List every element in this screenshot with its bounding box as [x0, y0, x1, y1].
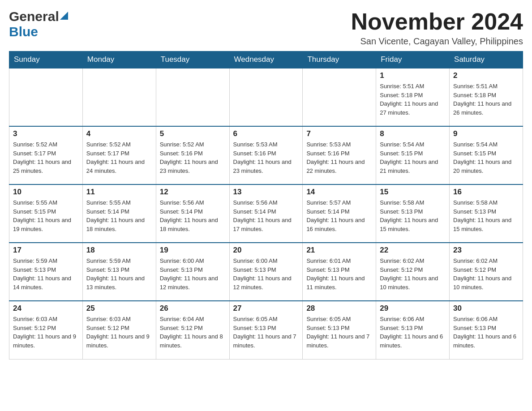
day-number: 6 [233, 129, 299, 138]
day-number: 18 [86, 246, 152, 255]
day-info: Sunrise: 5:56 AM Sunset: 5:14 PM Dayligh… [233, 198, 299, 233]
day-info: Sunrise: 5:55 AM Sunset: 5:15 PM Dayligh… [13, 198, 79, 233]
calendar-cell: 22Sunrise: 6:02 AM Sunset: 5:12 PM Dayli… [376, 243, 450, 301]
day-info: Sunrise: 6:00 AM Sunset: 5:13 PM Dayligh… [160, 257, 226, 291]
logo-triangle-icon [60, 12, 68, 21]
calendar-cell: 18Sunrise: 5:59 AM Sunset: 5:13 PM Dayli… [82, 243, 156, 301]
calendar-cell: 7Sunrise: 5:53 AM Sunset: 5:16 PM Daylig… [303, 126, 376, 184]
calendar-cell: 21Sunrise: 6:01 AM Sunset: 5:13 PM Dayli… [303, 243, 376, 301]
day-info: Sunrise: 5:57 AM Sunset: 5:14 PM Dayligh… [306, 198, 372, 233]
day-info: Sunrise: 6:03 AM Sunset: 5:12 PM Dayligh… [13, 315, 79, 350]
weekday-header-monday: Monday [82, 51, 156, 68]
day-info: Sunrise: 5:59 AM Sunset: 5:13 PM Dayligh… [86, 257, 152, 291]
day-info: Sunrise: 6:02 AM Sunset: 5:12 PM Dayligh… [453, 257, 519, 291]
day-number: 1 [380, 71, 446, 80]
calendar-cell: 25Sunrise: 6:03 AM Sunset: 5:12 PM Dayli… [82, 301, 156, 359]
day-number: 16 [453, 188, 519, 197]
day-number: 8 [380, 129, 446, 138]
calendar-cell [303, 68, 376, 126]
calendar-header-row: SundayMondayTuesdayWednesdayThursdayFrid… [9, 51, 523, 68]
calendar-cell: 8Sunrise: 5:54 AM Sunset: 5:15 PM Daylig… [376, 126, 450, 184]
day-info: Sunrise: 6:05 AM Sunset: 5:13 PM Dayligh… [306, 315, 372, 350]
day-info: Sunrise: 5:54 AM Sunset: 5:15 PM Dayligh… [453, 140, 519, 175]
calendar-cell: 2Sunrise: 5:51 AM Sunset: 5:18 PM Daylig… [450, 68, 523, 126]
calendar-cell: 3Sunrise: 5:52 AM Sunset: 5:17 PM Daylig… [9, 126, 83, 184]
day-number: 10 [13, 188, 79, 197]
day-number: 21 [306, 246, 372, 255]
day-info: Sunrise: 6:00 AM Sunset: 5:13 PM Dayligh… [233, 257, 299, 291]
day-info: Sunrise: 5:56 AM Sunset: 5:14 PM Dayligh… [160, 198, 226, 233]
day-number: 29 [380, 304, 446, 313]
day-info: Sunrise: 5:52 AM Sunset: 5:16 PM Dayligh… [160, 140, 226, 175]
day-number: 20 [233, 246, 299, 255]
logo-blue-text: Blue [9, 24, 38, 39]
day-number: 24 [13, 304, 79, 313]
calendar-cell: 11Sunrise: 5:55 AM Sunset: 5:14 PM Dayli… [82, 184, 156, 243]
day-info: Sunrise: 6:01 AM Sunset: 5:13 PM Dayligh… [306, 257, 372, 291]
day-info: Sunrise: 5:58 AM Sunset: 5:13 PM Dayligh… [453, 198, 519, 233]
calendar-week-2: 3Sunrise: 5:52 AM Sunset: 5:17 PM Daylig… [9, 126, 523, 184]
calendar-week-4: 17Sunrise: 5:59 AM Sunset: 5:13 PM Dayli… [9, 243, 523, 301]
day-number: 25 [86, 304, 152, 313]
day-info: Sunrise: 5:51 AM Sunset: 5:18 PM Dayligh… [380, 82, 446, 117]
calendar-cell: 15Sunrise: 5:58 AM Sunset: 5:13 PM Dayli… [376, 184, 450, 243]
calendar-cell: 13Sunrise: 5:56 AM Sunset: 5:14 PM Dayli… [229, 184, 303, 243]
calendar-cell: 19Sunrise: 6:00 AM Sunset: 5:13 PM Dayli… [156, 243, 229, 301]
calendar-week-5: 24Sunrise: 6:03 AM Sunset: 5:12 PM Dayli… [9, 301, 523, 359]
location-subtitle: San Vicente, Cagayan Valley, Philippines [351, 36, 523, 47]
calendar-cell: 29Sunrise: 6:06 AM Sunset: 5:13 PM Dayli… [376, 301, 450, 359]
day-number: 5 [160, 129, 226, 138]
day-number: 11 [86, 188, 152, 197]
calendar-cell [156, 68, 229, 126]
day-info: Sunrise: 5:54 AM Sunset: 5:15 PM Dayligh… [380, 140, 446, 175]
weekday-header-tuesday: Tuesday [156, 51, 229, 68]
day-number: 12 [160, 188, 226, 197]
weekday-header-saturday: Saturday [450, 51, 523, 68]
day-info: Sunrise: 6:02 AM Sunset: 5:12 PM Dayligh… [380, 257, 446, 291]
calendar-cell: 14Sunrise: 5:57 AM Sunset: 5:14 PM Dayli… [303, 184, 376, 243]
day-number: 22 [380, 246, 446, 255]
day-number: 26 [160, 304, 226, 313]
day-number: 15 [380, 188, 446, 197]
calendar-cell: 20Sunrise: 6:00 AM Sunset: 5:13 PM Dayli… [229, 243, 303, 301]
day-number: 17 [13, 246, 79, 255]
day-info: Sunrise: 5:53 AM Sunset: 5:16 PM Dayligh… [233, 140, 299, 175]
calendar-cell: 16Sunrise: 5:58 AM Sunset: 5:13 PM Dayli… [450, 184, 523, 243]
calendar-body: 1Sunrise: 5:51 AM Sunset: 5:18 PM Daylig… [9, 68, 523, 359]
day-number: 23 [453, 246, 519, 255]
logo: General Blue [9, 9, 68, 39]
calendar-cell: 1Sunrise: 5:51 AM Sunset: 5:18 PM Daylig… [376, 68, 450, 126]
day-info: Sunrise: 6:06 AM Sunset: 5:13 PM Dayligh… [380, 315, 446, 350]
day-info: Sunrise: 6:05 AM Sunset: 5:13 PM Dayligh… [233, 315, 299, 350]
day-number: 13 [233, 188, 299, 197]
calendar-cell: 5Sunrise: 5:52 AM Sunset: 5:16 PM Daylig… [156, 126, 229, 184]
calendar-cell: 26Sunrise: 6:04 AM Sunset: 5:12 PM Dayli… [156, 301, 229, 359]
calendar-cell: 9Sunrise: 5:54 AM Sunset: 5:15 PM Daylig… [450, 126, 523, 184]
calendar-cell [9, 68, 83, 126]
day-info: Sunrise: 5:52 AM Sunset: 5:17 PM Dayligh… [86, 140, 152, 175]
calendar-cell: 6Sunrise: 5:53 AM Sunset: 5:16 PM Daylig… [229, 126, 303, 184]
page-header: General Blue November 2024 San Vicente, … [9, 9, 523, 47]
day-info: Sunrise: 6:06 AM Sunset: 5:13 PM Dayligh… [453, 315, 519, 350]
calendar-cell [82, 68, 156, 126]
calendar-cell: 17Sunrise: 5:59 AM Sunset: 5:13 PM Dayli… [9, 243, 83, 301]
day-info: Sunrise: 5:51 AM Sunset: 5:18 PM Dayligh… [453, 82, 519, 117]
day-info: Sunrise: 5:58 AM Sunset: 5:13 PM Dayligh… [380, 198, 446, 233]
day-info: Sunrise: 5:52 AM Sunset: 5:17 PM Dayligh… [13, 140, 79, 175]
calendar-cell: 27Sunrise: 6:05 AM Sunset: 5:13 PM Dayli… [229, 301, 303, 359]
calendar-cell: 4Sunrise: 5:52 AM Sunset: 5:17 PM Daylig… [82, 126, 156, 184]
weekday-header-friday: Friday [376, 51, 450, 68]
calendar-week-1: 1Sunrise: 5:51 AM Sunset: 5:18 PM Daylig… [9, 68, 523, 126]
calendar-cell: 30Sunrise: 6:06 AM Sunset: 5:13 PM Dayli… [450, 301, 523, 359]
calendar-cell: 28Sunrise: 6:05 AM Sunset: 5:13 PM Dayli… [303, 301, 376, 359]
day-number: 30 [453, 304, 519, 313]
calendar-cell: 23Sunrise: 6:02 AM Sunset: 5:12 PM Dayli… [450, 243, 523, 301]
day-info: Sunrise: 6:03 AM Sunset: 5:12 PM Dayligh… [86, 315, 152, 350]
title-block: November 2024 San Vicente, Cagayan Valle… [351, 9, 523, 47]
calendar-week-3: 10Sunrise: 5:55 AM Sunset: 5:15 PM Dayli… [9, 184, 523, 243]
day-info: Sunrise: 6:04 AM Sunset: 5:12 PM Dayligh… [160, 315, 226, 350]
day-info: Sunrise: 5:59 AM Sunset: 5:13 PM Dayligh… [13, 257, 79, 291]
day-number: 2 [453, 71, 519, 80]
weekday-header-sunday: Sunday [9, 51, 83, 68]
calendar-cell [229, 68, 303, 126]
